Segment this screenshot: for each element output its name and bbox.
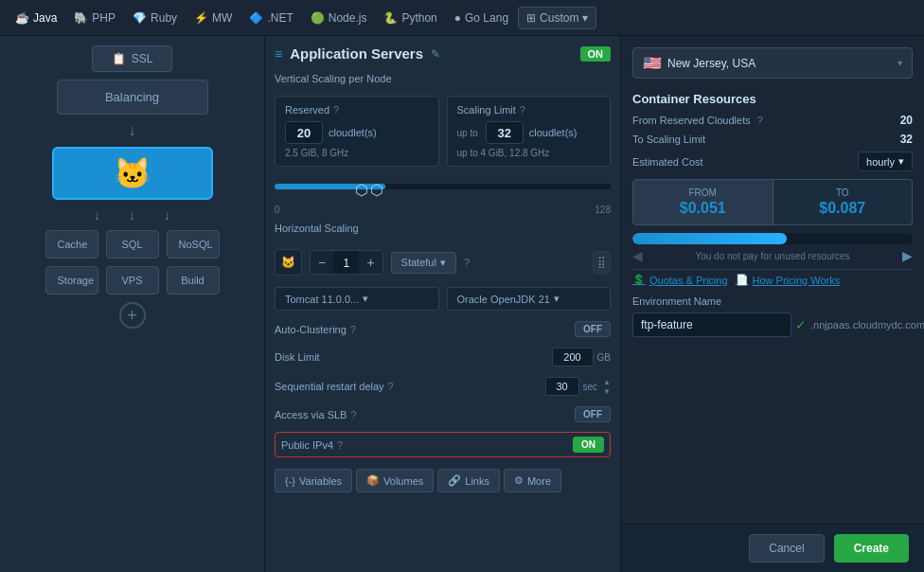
right-panel: 🇺🇸 New Jersey, USA ▾ Container Resources… [621, 36, 924, 572]
slider-handle-reserved[interactable]: ⬡ [355, 181, 368, 199]
ssl-button[interactable]: 📋 SSL [92, 45, 173, 72]
stateful-label: Stateful [401, 257, 436, 268]
count-control[interactable]: − 1 + [310, 250, 383, 275]
stepper-up-icon[interactable]: ▲ [603, 378, 611, 386]
tomcat-node[interactable]: 🐱 [52, 147, 213, 200]
three-arrows: ↓ ↓ ↓ [52, 207, 213, 223]
nav-mw[interactable]: ⚡ MW [187, 8, 240, 28]
hourly-dropdown[interactable]: hourly ▾ [858, 152, 913, 171]
edit-icon[interactable]: ✎ [431, 47, 440, 61]
volumes-label: Volumes [383, 475, 423, 487]
stateful-dropdown[interactable]: Stateful ▾ [391, 252, 456, 274]
stateful-help-icon[interactable]: ? [464, 257, 470, 268]
environment-name-section: Environment Name ✓ .nnjpaas.cloudmydc.co… [632, 295, 913, 337]
top-navigation: ☕ Java 🐘 PHP 💎 Ruby ⚡ MW 🔷 .NET 🟢 Node.j… [0, 0, 924, 36]
sequential-restart-row: Sequential restart delay ? sec ▲ ▼ [275, 374, 611, 400]
vps-node[interactable]: VPS [106, 266, 159, 295]
public-ipv4-row: Public IPv4 ? ON [275, 432, 611, 457]
auto-clustering-toggle[interactable]: OFF [575, 321, 611, 337]
scaling-limit-help-icon[interactable]: ? [520, 104, 525, 116]
nav-custom-dropdown[interactable]: ⊞ Custom ▾ [518, 7, 596, 29]
auto-clustering-row: Auto-Clustering ? OFF [275, 318, 611, 341]
up-to-label: up to [457, 128, 478, 138]
storage-node[interactable]: Storage [45, 266, 98, 295]
topology-panel: 📋 SSL Balancing ↓ 🐱 ↓ ↓ ↓ Cache SQL [0, 36, 265, 572]
quotas-label: Quotas & Pricing [649, 275, 728, 286]
add-component-button[interactable]: + [119, 302, 146, 329]
nav-nodejs-label: Node.js [329, 11, 367, 25]
public-ipv4-help-icon[interactable]: ? [337, 439, 343, 451]
bottom-nodes: Cache SQL NoSQL [45, 230, 220, 259]
cancel-button[interactable]: Cancel [749, 534, 824, 563]
create-button[interactable]: Create [834, 534, 909, 563]
more-tab[interactable]: ⚙ More [504, 469, 561, 492]
access-slb-label: Access via SLB ? [275, 409, 575, 420]
public-ipv4-toggle[interactable]: ON [573, 437, 604, 453]
sequential-restart-help-icon[interactable]: ? [388, 381, 394, 392]
reserved-cloudlets-help-icon[interactable]: ? [757, 115, 763, 126]
java-icon: ☕ [15, 11, 29, 25]
build-label: Build [181, 275, 204, 286]
nosql-node[interactable]: NoSQL [167, 230, 220, 259]
balancing-button[interactable]: Balancing [57, 80, 208, 115]
env-name-input[interactable] [632, 313, 791, 337]
env-name-label: Environment Name [632, 295, 913, 307]
auto-clustering-label: Auto-Clustering ? [275, 324, 575, 335]
nav-php[interactable]: 🐘 PHP [66, 8, 123, 28]
scaling-limit-box: Scaling Limit ? up to cloudlet(s) up to … [447, 96, 612, 167]
quotas-icon: 💲 [632, 274, 646, 286]
how-pricing-link[interactable]: 📄 How Pricing Works [736, 274, 841, 286]
variables-tab[interactable]: {-} Variables [275, 469, 352, 492]
nav-ruby[interactable]: 💎 Ruby [125, 8, 185, 28]
links-tab[interactable]: 🔗 Links [437, 469, 500, 492]
jdk-version-dropdown[interactable]: Oracle OpenJDK 21 ▾ [447, 287, 612, 311]
php-icon: 🐘 [74, 11, 88, 25]
scaling-limit-input[interactable] [486, 121, 524, 144]
ruby-icon: 💎 [133, 11, 147, 25]
stateful-chevron-icon: ▾ [440, 257, 446, 269]
python-icon: 🐍 [383, 11, 398, 25]
nav-nodejs[interactable]: 🟢 Node.js [303, 8, 375, 28]
nav-python[interactable]: 🐍 Python [376, 8, 444, 28]
tomcat-version-dropdown[interactable]: Tomcat 11.0.0... ▾ [275, 287, 439, 311]
count-decrease-button[interactable]: − [311, 251, 333, 274]
nav-java[interactable]: ☕ Java [8, 8, 64, 28]
slider-handle-limit[interactable]: ⬡ [370, 181, 383, 199]
cache-node[interactable]: Cache [45, 230, 98, 259]
region-selector[interactable]: 🇺🇸 New Jersey, USA ▾ [632, 47, 913, 79]
sequential-restart-input[interactable] [545, 377, 579, 396]
nodejs-icon: 🟢 [311, 11, 325, 25]
nav-right-arrow-icon[interactable]: ▶ [902, 248, 913, 263]
nav-left-arrow-icon[interactable]: ◀ [632, 248, 643, 263]
app-servers-title: Application Servers [290, 45, 423, 62]
estimated-cost-row: Estimated Cost hourly ▾ [632, 152, 913, 171]
slider-min: 0 [275, 205, 280, 215]
container-resources-title: Container Resources [632, 92, 913, 106]
usage-bar-fill [632, 233, 787, 244]
volumes-tab[interactable]: 📦 Volumes [356, 469, 434, 492]
disk-limit-unit: GB [597, 352, 611, 363]
vps-label: VPS [121, 275, 142, 286]
arrow-left-icon: ↓ [94, 207, 100, 223]
scaling-slider[interactable]: ⬡ ⬡ 0 128 [275, 180, 611, 215]
build-node[interactable]: Build [167, 266, 220, 295]
arrow-center-icon: ↓ [129, 207, 135, 223]
access-slb-help-icon[interactable]: ? [350, 409, 356, 420]
tomcat-cat-icon: 🐱 [114, 155, 151, 191]
nav-net[interactable]: 🔷 .NET [241, 8, 300, 28]
tomcat-chevron-icon: ▾ [363, 293, 368, 305]
quotas-link[interactable]: 💲 Quotas & Pricing [632, 274, 728, 286]
access-slb-toggle[interactable]: OFF [575, 406, 611, 422]
nav-php-label: PHP [92, 11, 116, 25]
reserved-cloudlets-input[interactable] [285, 121, 323, 144]
reserved-help-icon[interactable]: ? [333, 104, 339, 116]
variables-label: Variables [299, 475, 342, 487]
auto-clustering-help-icon[interactable]: ? [350, 324, 356, 335]
stepper-down-icon[interactable]: ▼ [603, 387, 611, 396]
stepper-arrows[interactable]: ▲ ▼ [603, 378, 611, 396]
sql-node[interactable]: SQL [106, 230, 159, 259]
count-increase-button[interactable]: + [359, 251, 382, 274]
plus-icon: + [127, 306, 137, 326]
disk-limit-input[interactable] [552, 348, 594, 366]
nav-golang[interactable]: ● Go Lang [447, 8, 516, 28]
